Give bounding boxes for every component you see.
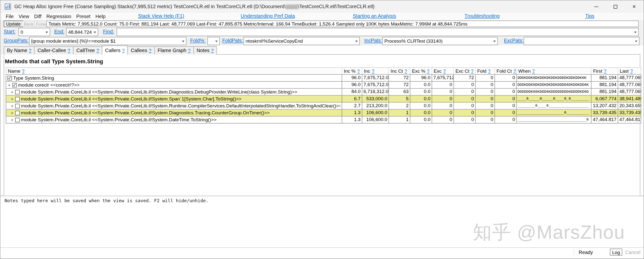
column-header-last[interactable]: Last?: [618, 68, 641, 74]
find-input[interactable]: [117, 28, 639, 36]
dropdown-arrow-icon[interactable]: [633, 37, 639, 45]
tab-caller-callee[interactable]: Caller-Callee?: [34, 46, 74, 54]
row-checkbox[interactable]: [15, 104, 20, 108]
row-checkbox[interactable]: [15, 90, 20, 94]
dropdown-arrow-icon[interactable]: [214, 37, 219, 45]
incpats-label[interactable]: IncPats:: [364, 38, 382, 43]
column-help-link[interactable]: ?: [488, 68, 490, 73]
tab-help-link[interactable]: ?: [29, 48, 31, 53]
dropdown-arrow-icon[interactable]: [354, 37, 360, 45]
column-help-link[interactable]: ?: [604, 68, 606, 73]
column-help-link[interactable]: ?: [357, 68, 360, 73]
column-header-exc-ct[interactable]: Exc Ct?: [454, 68, 476, 74]
grouppats-input[interactable]: [group module entries] {%}!=>module $1: [29, 37, 186, 45]
method-name[interactable]: module System.Private.CoreLib.il <<Syste…: [21, 103, 340, 109]
end-label[interactable]: End:: [54, 29, 64, 34]
tab-notes[interactable]: Notes?: [194, 46, 217, 54]
expander-icon[interactable]: +: [10, 104, 14, 108]
help-link-understanding-perf-data[interactable]: Understanding Perf Data: [241, 13, 295, 19]
column-header-when[interactable]: When?: [516, 68, 591, 74]
dropdown-arrow-icon[interactable]: [492, 37, 497, 45]
tab-help-link[interactable]: ?: [211, 48, 214, 53]
column-help-link[interactable]: ?: [372, 68, 374, 73]
column-header-exc[interactable]: Exc %?: [410, 68, 432, 74]
tab-help-link[interactable]: ?: [188, 48, 190, 53]
menu-view[interactable]: View: [19, 14, 29, 19]
menu-diff[interactable]: Diff: [34, 14, 41, 19]
menu-regression[interactable]: Regression: [46, 14, 71, 19]
method-name[interactable]: module System.Private.CoreLib.il <<Syste…: [21, 117, 216, 123]
column-header-inc-ct[interactable]: Inc Ct?: [389, 68, 410, 74]
table-row[interactable]: +module System.Private.CoreLib.il <<Syst…: [6, 95, 641, 102]
dropdown-arrow-icon[interactable]: [44, 28, 50, 36]
tab-callees[interactable]: Callees?: [128, 46, 154, 54]
row-checkbox[interactable]: [15, 96, 20, 101]
help-link-tips[interactable]: Tips: [586, 13, 594, 19]
tab-help-link[interactable]: ?: [149, 48, 151, 53]
tab-help-link[interactable]: ?: [96, 48, 99, 53]
method-name[interactable]: module coreclr <<coreclr!?>>: [18, 82, 80, 88]
row-checkbox[interactable]: [15, 118, 20, 122]
column-header-fold-ct[interactable]: Fold Ct?: [495, 68, 517, 74]
start-input[interactable]: 0: [18, 28, 50, 36]
cancel-button[interactable]: Cancel: [625, 248, 640, 257]
table-row[interactable]: Type System.String96.07,675,712.07296.07…: [6, 75, 641, 82]
table-row[interactable]: +module System.Private.CoreLib.il <<Syst…: [6, 89, 641, 95]
table-row[interactable]: +module coreclr <<coreclr!?>>96.07,675,7…: [6, 82, 641, 89]
row-checkbox[interactable]: [15, 111, 20, 115]
excpats-input[interactable]: [524, 37, 639, 45]
table-row[interactable]: +module System.Private.CoreLib.il <<Syst…: [6, 110, 641, 117]
excpats-label[interactable]: ExcPats:: [504, 38, 523, 43]
column-help-link[interactable]: ?: [630, 68, 633, 73]
expander-icon[interactable]: +: [10, 111, 14, 115]
tab-help-link[interactable]: ?: [68, 48, 70, 53]
table-row[interactable]: +module System.Private.CoreLib.il <<Syst…: [6, 117, 641, 124]
tab-help-link[interactable]: ?: [122, 48, 125, 53]
foldpats-label[interactable]: FoldPats:: [222, 38, 243, 43]
log-button[interactable]: Log: [610, 249, 622, 256]
tab-callers[interactable]: Callers?: [102, 46, 128, 55]
expander-icon[interactable]: +: [10, 90, 14, 94]
find-label[interactable]: Find:: [103, 29, 114, 34]
foldpats-input[interactable]: ntoskrnl!%ServiceCopyEnd: [244, 37, 360, 45]
method-name[interactable]: Type System.String: [13, 75, 54, 81]
tab-calltree[interactable]: CallTree?: [73, 46, 102, 54]
dropdown-arrow-icon[interactable]: [180, 37, 186, 45]
close-button[interactable]: ✕: [625, 0, 644, 13]
minimize-button[interactable]: [587, 0, 606, 13]
column-header-fold[interactable]: Fold?: [476, 68, 495, 74]
method-name[interactable]: module System.Private.CoreLib.il <<Syste…: [21, 89, 297, 95]
incpats-input[interactable]: Process% CLRTest (33140): [382, 37, 498, 45]
back-button[interactable]: Back: [22, 21, 36, 26]
method-name[interactable]: module System.Private.CoreLib.il <<Syste…: [21, 110, 270, 116]
table-row[interactable]: +module System.Private.CoreLib.il <<Syst…: [6, 102, 641, 109]
help-link-starting-an-analysis[interactable]: Starting an Analysis: [353, 13, 396, 19]
column-help-link[interactable]: ?: [532, 68, 535, 73]
foldpct-label[interactable]: Fold%:: [190, 38, 206, 43]
column-help-link[interactable]: ?: [22, 68, 24, 73]
update-button[interactable]: Update: [4, 20, 23, 27]
menu-preset[interactable]: Preset: [76, 14, 90, 19]
row-checkbox[interactable]: [8, 76, 12, 80]
grouppats-label[interactable]: GroupPats:: [4, 38, 28, 43]
column-header-inc[interactable]: Inc?: [362, 68, 389, 74]
tab-by-name[interactable]: By Name?: [4, 46, 35, 54]
column-help-link[interactable]: ?: [427, 68, 430, 73]
column-header-first[interactable]: First?: [591, 68, 618, 74]
column-help-link[interactable]: ?: [404, 68, 407, 73]
maximize-button[interactable]: [606, 0, 625, 13]
menu-file[interactable]: File: [6, 14, 14, 19]
foldpct-input[interactable]: [208, 37, 220, 45]
expander-icon[interactable]: +: [10, 118, 14, 122]
dropdown-arrow-icon[interactable]: [632, 28, 638, 36]
column-header-name[interactable]: Name?: [6, 68, 342, 74]
row-checkbox[interactable]: [12, 83, 17, 87]
expander-icon[interactable]: +: [8, 83, 11, 87]
column-help-link[interactable]: ?: [443, 68, 446, 73]
tab-flame-graph[interactable]: Flame Graph?: [154, 46, 194, 54]
column-header-exc[interactable]: Exc?: [432, 68, 454, 74]
column-help-link[interactable]: ?: [513, 68, 516, 73]
dropdown-arrow-icon[interactable]: [92, 28, 98, 36]
help-link-troubleshooting[interactable]: Troubleshooting: [464, 13, 500, 19]
expander-icon[interactable]: +: [10, 96, 14, 101]
